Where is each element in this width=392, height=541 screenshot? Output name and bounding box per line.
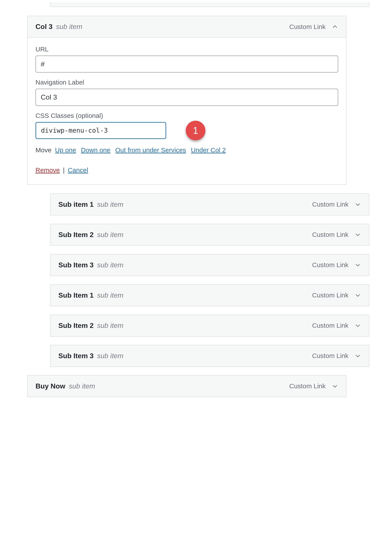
chevron-up-icon[interactable] [332, 24, 338, 30]
menu-item-header[interactable]: Sub Item 2 sub item Custom Link [51, 315, 369, 336]
menu-item-header-right: Custom Link [312, 261, 361, 269]
menu-item-header-right: Custom Link [312, 201, 361, 208]
chevron-down-icon[interactable] [355, 201, 361, 208]
move-row: Move Up one Down one Out from under Serv… [36, 146, 338, 154]
menu-item-subtitle: sub item [56, 23, 82, 31]
nav-label-input[interactable] [36, 89, 338, 106]
menu-item-header-right: Custom Link [312, 291, 361, 299]
move-out-link[interactable]: Out from under Services [115, 146, 186, 154]
menu-item-header-left: Sub Item 3 sub item [58, 352, 124, 360]
css-input-wrap: 1 [36, 122, 338, 139]
menu-item-stub [50, 2, 369, 7]
menu-item-header[interactable]: Sub Item 1 sub item Custom Link [51, 285, 369, 306]
menu-item-body: URL Navigation Label CSS Classes (option… [28, 38, 346, 184]
menu-item-header[interactable]: Sub Item 2 sub item Custom Link [51, 224, 369, 245]
menu-item-header[interactable]: Buy Now sub item Custom Link [28, 376, 346, 397]
menu-item-header-right: Custom Link [312, 352, 361, 359]
action-separator: | [63, 166, 65, 174]
menu-item-title: Sub Item 3 [58, 352, 94, 360]
chevron-down-icon[interactable] [355, 353, 361, 359]
url-input[interactable] [36, 56, 338, 73]
menu-item-type: Custom Link [312, 291, 348, 299]
move-label: Move [36, 146, 52, 154]
menu-item-title: Sub Item 2 [58, 322, 94, 330]
chevron-down-icon[interactable] [332, 383, 338, 389]
menu-item-header-right: Custom Link [312, 322, 361, 329]
menu-item-collapsed: Sub item 1 sub item Custom Link [50, 193, 369, 215]
menu-item-subtitle: sub item [97, 352, 124, 360]
menu-item-title: Col 3 [36, 23, 52, 31]
menu-item-title: Sub Item 3 [58, 261, 94, 269]
menu-item-subtitle: sub item [97, 231, 124, 239]
move-under-link[interactable]: Under Col 2 [191, 146, 226, 154]
menu-item-title: Buy Now [36, 382, 65, 390]
nav-label-label: Navigation Label [36, 79, 338, 86]
menu-item-header-left: Buy Now sub item [36, 382, 95, 390]
menu-item-header-left: Sub Item 2 sub item [58, 322, 124, 330]
menu-item-subtitle: sub item [97, 200, 124, 208]
menu-item-header-right: Custom Link [289, 23, 338, 31]
move-down-link[interactable]: Down one [81, 146, 110, 154]
menu-item-title: Sub item 1 [58, 200, 94, 208]
url-label: URL [36, 46, 338, 53]
menu-item-header-left: Sub Item 1 sub item [58, 291, 124, 299]
menu-item-collapsed: Sub Item 3 sub item Custom Link [50, 254, 369, 276]
nav-label-field-group: Navigation Label [36, 79, 338, 106]
css-classes-field-group: CSS Classes (optional) 1 [36, 112, 338, 139]
cancel-link[interactable]: Cancel [68, 166, 88, 174]
menu-item-header-left: Sub Item 2 sub item [58, 231, 124, 239]
menu-item-type: Custom Link [312, 201, 348, 208]
menu-item-type: Custom Link [312, 231, 348, 238]
menu-item-collapsed: Sub Item 2 sub item Custom Link [50, 224, 369, 246]
menu-item-expanded: Col 3 sub item Custom Link URL Navigatio… [27, 16, 346, 185]
url-field-group: URL [36, 46, 338, 73]
menu-item-subtitle: sub item [97, 261, 124, 269]
menu-item-header-left: Col 3 sub item [36, 23, 82, 31]
chevron-down-icon[interactable] [355, 262, 361, 268]
remove-link[interactable]: Remove [36, 166, 60, 174]
menu-item-title: Sub Item 2 [58, 231, 94, 239]
menu-item-collapsed: Sub Item 3 sub item Custom Link [50, 345, 369, 367]
menu-items-container: Col 3 sub item Custom Link URL Navigatio… [27, 2, 369, 406]
chevron-down-icon[interactable] [355, 292, 361, 298]
sub-items-list: Sub item 1 sub item Custom Link Sub Item… [27, 193, 369, 367]
menu-item-subtitle: sub item [97, 322, 124, 330]
menu-item-header-left: Sub Item 3 sub item [58, 261, 124, 269]
annotation-marker-1: 1 [186, 121, 205, 140]
menu-item-collapsed: Sub Item 2 sub item Custom Link [50, 315, 369, 337]
move-up-link[interactable]: Up one [55, 146, 76, 154]
menu-item-type: Custom Link [312, 261, 348, 269]
menu-item-header[interactable]: Col 3 sub item Custom Link [28, 16, 346, 38]
menu-item-type: Custom Link [289, 23, 325, 31]
menu-item-subtitle: sub item [97, 291, 124, 299]
chevron-down-icon[interactable] [355, 322, 361, 329]
css-classes-input[interactable] [36, 122, 166, 139]
menu-item-header[interactable]: Sub item 1 sub item Custom Link [51, 194, 369, 215]
menu-item-title: Sub Item 1 [58, 291, 94, 299]
menu-item-header[interactable]: Sub Item 3 sub item Custom Link [51, 345, 369, 366]
menu-item-header-right: Custom Link [312, 231, 361, 238]
menu-item-type: Custom Link [312, 352, 348, 359]
action-row: Remove | Cancel [36, 166, 338, 174]
menu-item-type: Custom Link [312, 322, 348, 329]
chevron-down-icon[interactable] [355, 231, 361, 238]
menu-item-collapsed: Sub Item 1 sub item Custom Link [50, 284, 369, 306]
menu-item-collapsed: Buy Now sub item Custom Link [27, 375, 346, 397]
menu-item-subtitle: sub item [69, 382, 95, 390]
menu-item-header-left: Sub item 1 sub item [58, 200, 124, 208]
menu-item-header-right: Custom Link [289, 382, 338, 390]
menu-item-type: Custom Link [289, 382, 325, 390]
css-classes-label: CSS Classes (optional) [36, 112, 338, 120]
menu-item-header[interactable]: Sub Item 3 sub item Custom Link [51, 255, 369, 276]
